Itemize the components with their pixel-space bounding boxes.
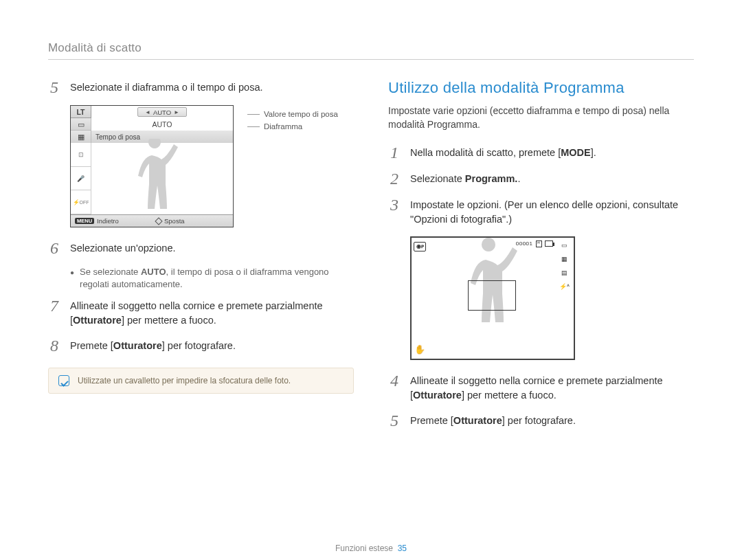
lcd-callouts: Valore tempo di posa Diaframma <box>247 108 338 133</box>
step-text: Impostate le opzioni. (Per un elenco del… <box>410 197 694 227</box>
step-number: 5 <box>388 412 401 429</box>
lcd-back: MENU Indietro <box>71 215 152 227</box>
step-number: 6 <box>48 240 60 256</box>
grid-icon: ▦ <box>71 131 91 143</box>
chevron-right-icon: ► <box>174 109 179 115</box>
step-5: 5 Selezionate il diaframma o il tempo di… <box>48 79 354 96</box>
size-icon: ▭ <box>71 118 91 131</box>
callout-shutter-value: Valore tempo di posa <box>264 110 338 118</box>
lcd-move: Sposta <box>152 215 233 227</box>
flash-off-icon: ⚡OFF <box>71 190 91 214</box>
mode-indicator-icon: ▤ <box>561 269 567 276</box>
step-3: 3 Impostate le opzioni. (Per un elenco d… <box>388 197 694 227</box>
step-number: 5 <box>48 79 60 96</box>
menu-tag-icon: MENU <box>75 218 94 224</box>
size-indicator-icon: ▭ <box>561 242 567 249</box>
footer-section: Funzioni estese <box>335 544 393 553</box>
step-number: 7 <box>48 298 60 314</box>
lcd-move-label: Sposta <box>164 217 185 225</box>
callout-aperture: Diaframma <box>264 122 302 131</box>
step-number: 4 <box>388 372 401 389</box>
step-4: 4 Allineate il soggetto nella cornice e … <box>388 372 694 403</box>
step-6-sub: ● Se selezionate AUTO, il tempo di posa … <box>70 266 354 291</box>
step-text: Selezionate Programm.. <box>410 170 694 186</box>
section-heading: Utilizzo della modalità Programma <box>388 79 694 97</box>
step-text: Nella modalità di scatto, premete [MODE]… <box>410 144 694 160</box>
lcd-back-label: Indietro <box>97 217 119 225</box>
stabilizer-icon: ✋ <box>414 344 425 355</box>
step-number: 1 <box>388 144 401 161</box>
step-6: 6 Selezionate un'opzione. <box>48 240 354 256</box>
lcd-auto-label-2: AUTO <box>91 118 233 131</box>
step-2: 2 Selezionate Programm.. <box>388 170 694 187</box>
note-icon <box>58 375 69 386</box>
section-lead: Impostate varie opzioni (eccetto diafram… <box>388 104 694 132</box>
step-8: 8 Premete [Otturatore] per fotografare. <box>48 337 354 354</box>
left-column: 5 Selezionate il diaframma o il tempo di… <box>48 79 354 438</box>
two-column-layout: 5 Selezionate il diaframma o il tempo di… <box>48 79 694 438</box>
focus-icon: ⊡ <box>71 143 91 167</box>
silhouette-preview <box>91 143 233 214</box>
step-text: Premete [Otturatore] per fotografare. <box>410 412 694 428</box>
step-number: 3 <box>388 197 401 213</box>
lcd-auto-pill-1: ◄ AUTO ► <box>137 107 187 117</box>
right-column: Utilizzo della modalità Programma Impost… <box>388 79 694 438</box>
note-text: Utilizzate un cavalletto per impedire la… <box>78 376 291 385</box>
dpad-icon <box>155 217 162 225</box>
step-1: 1 Nella modalità di scatto, premete [MOD… <box>388 144 694 161</box>
camera-lcd-mock: LT ◄ AUTO ► ▭ AUTO ▦ Tempo di posa <box>70 105 234 227</box>
page-number: 35 <box>398 544 407 553</box>
mode-badge-icon: ◉ᴘ <box>414 242 426 251</box>
lcd-auto-label: AUTO <box>153 109 171 116</box>
step-text: Selezionate un'opzione. <box>70 240 354 256</box>
step-number: 8 <box>48 337 60 354</box>
step-text: Premete [Otturatore] per fotografare. <box>70 337 354 353</box>
focus-frame <box>468 280 516 311</box>
camera-lcd-program: 00001 ᴹ ◉ᴘ ✋ ▭ ▦ ▤ ⚡ᴬ <box>410 236 575 360</box>
divider <box>48 59 694 60</box>
quality-indicator-icon: ▦ <box>561 256 567 262</box>
mic-icon: 🎤 <box>71 167 91 191</box>
step-text: Selezionate il diaframma o il tempo di p… <box>70 79 354 95</box>
step-number: 2 <box>388 170 401 187</box>
flash-auto-icon: ⚡ᴬ <box>559 283 570 290</box>
page-footer: Funzioni estese 35 <box>0 544 742 553</box>
step-5r: 5 Premete [Otturatore] per fotografare. <box>388 412 694 429</box>
sub-text: Se selezionate AUTO, il tempo di posa o … <box>80 266 354 291</box>
chevron-left-icon: ◄ <box>145 109 150 115</box>
step-text: Allineate il soggetto nella cornice e pr… <box>70 298 354 328</box>
step-7: 7 Allineate il soggetto nella cornice e … <box>48 298 354 328</box>
step-text: Allineate il soggetto nella cornice e pr… <box>410 372 694 403</box>
tip-note: Utilizzate un cavalletto per impedire la… <box>48 368 354 394</box>
lcd-mode-badge: LT <box>71 106 91 118</box>
bullet-icon: ● <box>70 266 74 291</box>
breadcrumb: Modalità di scatto <box>48 41 694 55</box>
